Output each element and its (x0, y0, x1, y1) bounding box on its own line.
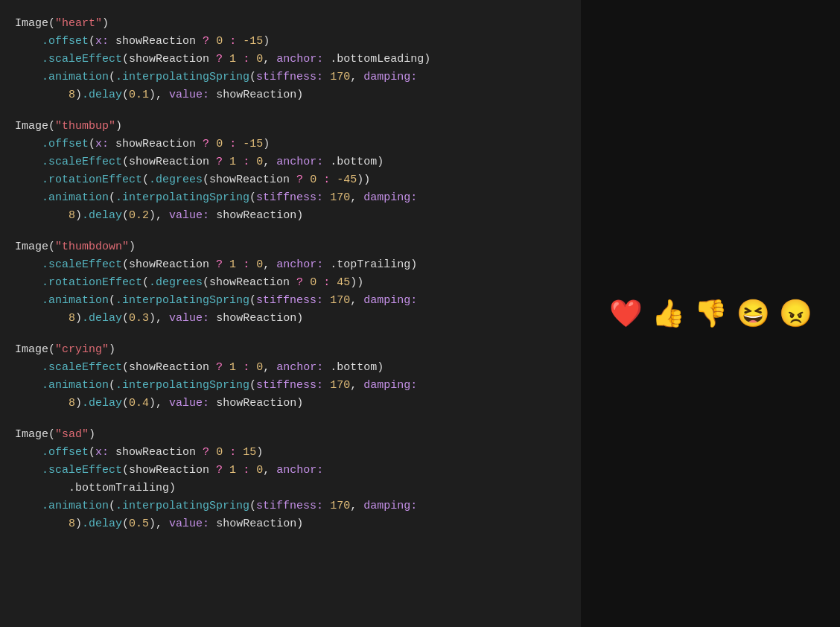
code-line: .rotationEffect(.degrees(showReaction ? … (15, 274, 566, 292)
emoji-reaction-row: ❤️ 👍 👎 😆 😠 (609, 298, 812, 329)
emoji-angry: 😠 (779, 298, 812, 329)
code-block-thumbup: Image("thumbup") .offset(x: showReaction… (15, 118, 566, 225)
code-line: .animation(.interpolatingSpring(stiffnes… (15, 69, 566, 86)
code-line: .offset(x: showReaction ? 0 : 15) (15, 444, 566, 462)
code-line: .scaleEffect(showReaction ? 1 : 0, ancho… (15, 359, 566, 377)
code-block-crying: Image("crying") .scaleEffect(showReactio… (15, 341, 566, 413)
emoji-heart: ❤️ (609, 298, 643, 329)
code-line: .scaleEffect(showReaction ? 1 : 0, ancho… (15, 51, 566, 69)
code-line: 8).delay(0.2), value: showReaction) (15, 207, 566, 225)
preview-panel: ❤️ 👍 👎 😆 😠 (581, 0, 840, 627)
code-line: 8).delay(0.1), value: showReaction) (15, 86, 566, 104)
code-line: .offset(x: showReaction ? 0 : -15) (15, 33, 566, 51)
code-line: .animation(.interpolatingSpring(stiffnes… (15, 292, 566, 310)
code-block-sad: Image("sad") .offset(x: showReaction ? 0… (15, 426, 566, 533)
code-line: Image("thumbup") (15, 118, 566, 136)
code-line: .rotationEffect(.degrees(showReaction ? … (15, 171, 566, 189)
code-line: 8).delay(0.3), value: showReaction) (15, 310, 566, 328)
code-line: .bottomTrailing) (15, 480, 566, 497)
code-block-heart: Image("heart") .offset(x: showReaction ?… (15, 15, 566, 104)
emoji-laughing: 😆 (736, 298, 770, 329)
code-line: 8).delay(0.4), value: showReaction) (15, 395, 566, 413)
code-line: .offset(x: showReaction ? 0 : -15) (15, 136, 566, 153)
code-line: 8).delay(0.5), value: showReaction) (15, 515, 566, 533)
code-line: .animation(.interpolatingSpring(stiffnes… (15, 377, 566, 395)
code-block-thumbdown: Image("thumbdown") .scaleEffect(showReac… (15, 238, 566, 328)
code-editor: Image("heart") .offset(x: showReaction ?… (0, 0, 581, 627)
code-line: .scaleEffect(showReaction ? 1 : 0, ancho… (15, 462, 566, 480)
emoji-thumbup: 👍 (652, 298, 685, 329)
code-line: Image("sad") (15, 426, 566, 444)
code-line: .animation(.interpolatingSpring(stiffnes… (15, 497, 566, 515)
code-line: .scaleEffect(showReaction ? 1 : 0, ancho… (15, 256, 566, 274)
emoji-thumbdown: 👎 (694, 298, 728, 329)
code-line: .animation(.interpolatingSpring(stiffnes… (15, 189, 566, 207)
code-line: Image("crying") (15, 341, 566, 359)
code-line: Image("heart") (15, 15, 566, 33)
code-line: Image("thumbdown") (15, 238, 566, 256)
code-line: .scaleEffect(showReaction ? 1 : 0, ancho… (15, 153, 566, 171)
